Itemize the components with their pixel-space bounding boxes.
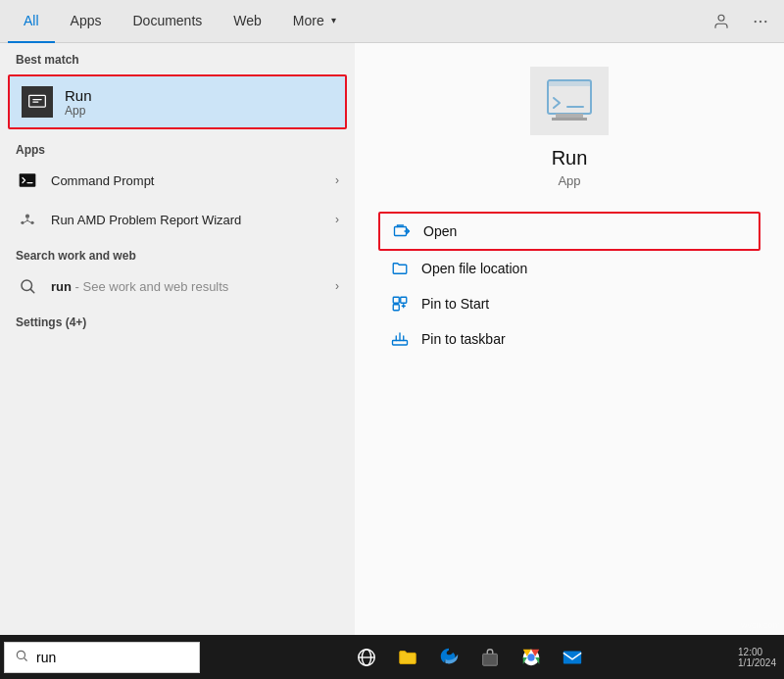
- search-web-text: run - See work and web results: [51, 279, 323, 294]
- open-icon: [392, 221, 412, 241]
- svg-rect-16: [401, 297, 407, 303]
- pin-taskbar-icon: [390, 329, 410, 349]
- app-preview-icon: [530, 67, 609, 135]
- svg-rect-11: [548, 80, 591, 86]
- open-file-location-icon: [390, 259, 410, 278]
- best-match-type: App: [65, 104, 92, 118]
- app-preview: Run App: [378, 67, 760, 188]
- list-item-amd-wizard[interactable]: Run AMD Problem Report Wizard ›: [0, 200, 355, 239]
- search-web-item[interactable]: run - See work and web results ›: [0, 267, 355, 306]
- svg-rect-12: [556, 114, 583, 118]
- taskbar: 12:001/1/2024: [0, 635, 784, 679]
- taskbar-search-box[interactable]: [4, 642, 200, 673]
- tab-apps[interactable]: Apps: [55, 0, 118, 43]
- svg-rect-5: [20, 173, 36, 186]
- svg-rect-26: [563, 651, 580, 663]
- tab-bar-icons: [706, 6, 776, 37]
- search-web-label: Search work and web: [0, 239, 355, 267]
- search-panel: All Apps Documents Web More ▾: [0, 0, 784, 635]
- apps-section-label: Apps: [0, 133, 355, 161]
- right-panel: Run App Open: [355, 43, 784, 635]
- run-app-icon: [22, 86, 53, 118]
- best-match-name: Run: [65, 87, 92, 104]
- edge-icon[interactable]: [430, 639, 467, 676]
- user-icon[interactable]: [706, 6, 737, 37]
- action-open-file-location[interactable]: Open file location: [378, 251, 760, 286]
- search-icon: [16, 274, 39, 298]
- svg-point-3: [764, 20, 766, 22]
- svg-rect-4: [29, 95, 46, 107]
- tab-more[interactable]: More ▾: [277, 0, 352, 43]
- action-pin-taskbar[interactable]: Pin to taskbar: [378, 321, 760, 357]
- svg-rect-17: [393, 305, 399, 311]
- svg-rect-13: [552, 118, 587, 121]
- file-explorer-icon[interactable]: [389, 639, 426, 676]
- mail-icon[interactable]: [554, 639, 591, 676]
- action-list: Open Open file location: [378, 212, 760, 357]
- action-open[interactable]: Open: [378, 212, 760, 251]
- list-item-command-prompt[interactable]: Command Prompt ›: [0, 161, 355, 200]
- list-item-amd-label: Run AMD Problem Report Wizard: [51, 213, 323, 227]
- svg-point-0: [718, 15, 724, 21]
- svg-rect-15: [393, 297, 399, 303]
- app-preview-type: App: [558, 173, 580, 188]
- content-area: Best match Run App Apps: [0, 43, 784, 635]
- tab-documents[interactable]: Documents: [117, 0, 218, 43]
- pin-start-icon: [390, 294, 410, 314]
- watermark: wvcn.com: [741, 620, 780, 630]
- tab-web[interactable]: Web: [218, 0, 277, 43]
- svg-point-2: [760, 20, 761, 22]
- taskbar-search-input[interactable]: [36, 650, 189, 665]
- action-pin-taskbar-label: Pin to taskbar: [421, 331, 506, 347]
- svg-point-25: [527, 654, 534, 660]
- best-match-label: Best match: [0, 43, 355, 71]
- svg-point-1: [755, 20, 757, 22]
- action-pin-start[interactable]: Pin to Start: [378, 286, 760, 321]
- tab-all[interactable]: All: [8, 0, 55, 43]
- settings-label: Settings (4+): [0, 306, 355, 333]
- app-preview-name: Run: [552, 147, 588, 170]
- best-match-item[interactable]: Run App: [8, 74, 347, 129]
- search-web-arrow: ›: [335, 279, 339, 293]
- tab-bar: All Apps Documents Web More ▾: [0, 0, 784, 43]
- svg-point-7: [21, 221, 24, 224]
- svg-rect-23: [482, 654, 497, 665]
- tab-more-label: More: [293, 13, 324, 28]
- svg-point-6: [25, 215, 29, 218]
- action-open-label: Open: [423, 223, 457, 239]
- arrow-icon: ›: [335, 173, 339, 187]
- amd-wizard-icon: [16, 208, 39, 231]
- clock: 12:001/1/2024: [738, 647, 776, 668]
- taskbar-search-icon: [15, 649, 28, 665]
- chevron-down-icon: ▾: [331, 15, 336, 25]
- taskbar-icons: [200, 639, 738, 676]
- arrow-icon-2: ›: [335, 213, 339, 226]
- more-options-icon[interactable]: [745, 6, 776, 37]
- svg-point-8: [30, 221, 33, 224]
- command-prompt-icon: [16, 169, 39, 192]
- list-item-command-prompt-label: Command Prompt: [51, 173, 323, 188]
- action-open-file-label: Open file location: [421, 261, 527, 276]
- left-panel: Best match Run App Apps: [0, 43, 355, 635]
- action-pin-start-label: Pin to Start: [421, 296, 489, 312]
- sys-tray: 12:001/1/2024: [738, 647, 784, 668]
- store-icon[interactable]: [471, 639, 509, 676]
- task-view-icon[interactable]: [348, 639, 385, 676]
- chrome-icon[interactable]: [513, 639, 550, 676]
